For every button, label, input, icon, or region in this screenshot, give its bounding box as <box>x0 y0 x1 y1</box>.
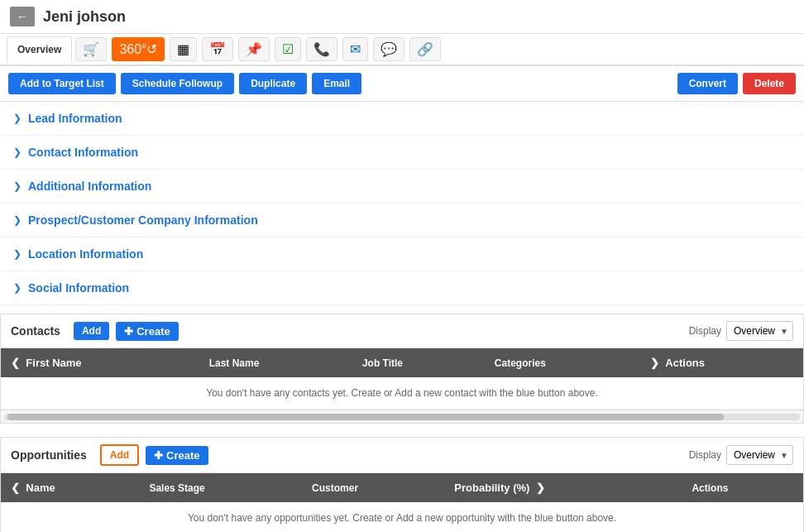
location-information-section[interactable]: ❯ Location Information <box>0 237 804 271</box>
contacts-subpanel-header: Contacts Add ✚ Create Display Overview M… <box>1 314 803 348</box>
opportunities-table-header-row: ❮ Name Sales Stage Customer Probability … <box>1 473 803 502</box>
tab-chat[interactable]: 💬 <box>373 37 404 61</box>
tab-phone[interactable]: 📞 <box>306 37 337 61</box>
back-button[interactable]: ← <box>10 7 35 26</box>
opportunities-table-container: ❮ Name Sales Stage Customer Probability … <box>1 473 803 532</box>
contacts-col-jobtitle[interactable]: Job Title <box>352 348 485 377</box>
prospect-chevron: ❯ <box>13 214 22 226</box>
opportunities-col-actions[interactable]: Actions <box>682 473 803 502</box>
actions-bar: Add to Target List Schedule Followup Dup… <box>0 66 804 102</box>
contacts-display-select[interactable]: Overview More <box>726 321 793 341</box>
tab-overview[interactable]: Overview <box>7 36 72 64</box>
contact-information-section[interactable]: ❯ Contact Information <box>0 136 804 170</box>
sort-right-arrow: ❯ <box>650 357 659 369</box>
opportunities-display-controls: Display Overview More <box>689 445 793 465</box>
opportunities-create-button[interactable]: ✚ Create <box>146 446 208 465</box>
contacts-add-button[interactable]: Add <box>74 322 109 340</box>
title-bar: ← Jeni johson <box>0 0 804 34</box>
schedule-followup-button[interactable]: Schedule Followup <box>121 73 234 94</box>
social-info-chevron: ❯ <box>13 282 22 294</box>
sort-left-arrow-opp: ❮ <box>11 482 20 494</box>
main-content: ❯ Lead Information ❯ Contact Information… <box>0 102 804 532</box>
duplicate-button[interactable]: Duplicate <box>239 73 307 94</box>
contacts-empty-row: You don't have any contacts yet. Create … <box>1 377 803 410</box>
email-button[interactable]: Email <box>312 73 361 94</box>
contacts-display-controls: Display Overview More <box>689 321 793 341</box>
additional-information-section[interactable]: ❯ Additional Information <box>0 170 804 204</box>
tabs-bar: Overview 🛒 360°↺ ▦ 📅 📌 ☑ 📞 ✉ 💬 🔗 <box>0 34 804 66</box>
contacts-table-container: ❮ First Name Last Name Job Title Categor… <box>1 348 803 410</box>
contacts-col-lastname[interactable]: Last Name <box>199 348 352 377</box>
contacts-subpanel: Contacts Add ✚ Create Display Overview M… <box>0 314 804 424</box>
opportunities-col-customer[interactable]: Customer <box>302 473 444 502</box>
delete-button[interactable]: Delete <box>743 73 796 94</box>
opportunities-display-select-wrap[interactable]: Overview More <box>726 445 793 465</box>
plus-icon-opp: ✚ <box>154 449 163 462</box>
page-title: Jeni johson <box>43 8 126 26</box>
location-info-title: Location Information <box>28 247 143 261</box>
plus-icon: ✚ <box>124 325 133 338</box>
opportunities-display-label: Display <box>689 449 721 461</box>
contacts-col-categories[interactable]: Categories <box>485 348 640 377</box>
sort-right-arrow-opp: ❯ <box>536 482 545 494</box>
contacts-empty-message: You don't have any contacts yet. Create … <box>1 377 803 410</box>
lead-info-chevron: ❯ <box>13 113 22 124</box>
opportunities-subpanel: Opportunities Add ✚ Create Display Overv… <box>0 437 804 532</box>
lead-info-title: Lead Information <box>28 112 122 125</box>
opportunities-add-button[interactable]: Add <box>100 444 139 466</box>
lead-information-section[interactable]: ❯ Lead Information <box>0 102 804 136</box>
contacts-col-actions[interactable]: ❯ Actions <box>640 348 803 377</box>
tab-attach[interactable]: 🔗 <box>409 37 441 61</box>
contacts-subpanel-title: Contacts <box>11 324 60 338</box>
tab-pin[interactable]: 📌 <box>238 37 270 61</box>
opportunities-display-select[interactable]: Overview More <box>726 445 793 465</box>
location-info-chevron: ❯ <box>13 248 22 260</box>
sort-left-arrow: ❮ <box>11 357 20 369</box>
contacts-scrollbar[interactable] <box>1 410 803 423</box>
tab-table[interactable]: ▦ <box>170 37 197 61</box>
opportunities-col-salesstage[interactable]: Sales Stage <box>139 473 302 502</box>
tab-calendar[interactable]: 📅 <box>202 37 233 61</box>
social-information-section[interactable]: ❯ Social Information <box>0 271 804 305</box>
social-info-title: Social Information <box>28 281 129 295</box>
contacts-table-header-row: ❮ First Name Last Name Job Title Categor… <box>1 348 803 377</box>
contact-info-chevron: ❯ <box>13 146 22 158</box>
opportunities-subpanel-title: Opportunities <box>11 448 87 462</box>
tab-360[interactable]: 360°↺ <box>112 37 165 61</box>
tab-checkbox[interactable]: ☑ <box>275 37 301 61</box>
contacts-display-label: Display <box>689 325 721 337</box>
convert-button[interactable]: Convert <box>677 73 738 94</box>
opportunities-empty-row: You don't have any opportunities yet. Cr… <box>1 502 803 532</box>
contact-info-title: Contact Information <box>28 146 138 159</box>
contacts-create-button[interactable]: ✚ Create <box>116 322 178 341</box>
contacts-scrollbar-thumb <box>7 414 724 420</box>
opportunities-empty-message: You don't have any opportunities yet. Cr… <box>1 502 803 532</box>
opportunities-table: ❮ Name Sales Stage Customer Probability … <box>1 473 803 532</box>
contacts-table: ❮ First Name Last Name Job Title Categor… <box>1 348 803 410</box>
contacts-scrollbar-track <box>4 414 800 420</box>
opportunities-col-name[interactable]: ❮ Name <box>1 473 139 502</box>
opportunities-col-probability[interactable]: Probability (%) ❯ <box>444 473 682 502</box>
additional-info-title: Additional Information <box>28 180 151 193</box>
prospect-title: Prospect/Customer Company Information <box>28 213 258 227</box>
additional-info-chevron: ❯ <box>13 180 22 192</box>
tab-cart[interactable]: 🛒 <box>75 37 107 61</box>
contacts-col-firstname[interactable]: ❮ First Name <box>1 348 199 377</box>
opportunities-subpanel-header: Opportunities Add ✚ Create Display Overv… <box>1 438 803 473</box>
actions-left: Add to Target List Schedule Followup Dup… <box>8 73 677 94</box>
actions-right: Convert Delete <box>677 73 796 94</box>
add-to-target-button[interactable]: Add to Target List <box>8 73 116 94</box>
prospect-company-section[interactable]: ❯ Prospect/Customer Company Information <box>0 204 804 237</box>
contacts-display-select-wrap[interactable]: Overview More <box>726 321 793 341</box>
tab-email[interactable]: ✉ <box>342 37 368 61</box>
